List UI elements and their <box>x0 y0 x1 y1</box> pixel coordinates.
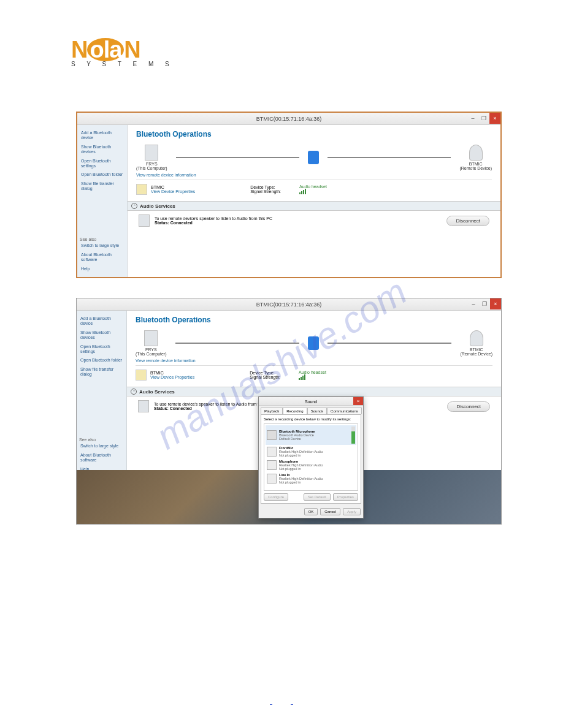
footer-link-right[interactable] <box>291 704 293 705</box>
sidebar-item-show-devices[interactable]: Show Bluetooth devices <box>79 328 124 343</box>
device-line3: Not plugged in <box>279 453 301 457</box>
audio-services-header: ˄ Audio Services <box>127 387 501 396</box>
view-remote-info-link[interactable]: View remote device information <box>136 173 492 177</box>
window-title: BTMIC(00:15:71:16:4a:36) <box>256 116 322 122</box>
audio-services-header: ˄ Audio Services <box>128 201 500 211</box>
sidebar-item-about[interactable]: About Bluetooth software <box>79 451 124 465</box>
audio-services-label: Audio Services <box>140 203 175 209</box>
device-type-value: Audio headset <box>299 184 327 189</box>
remote-sub: (Remote Device) <box>459 166 492 170</box>
list-item[interactable]: Line InRealtek High Definition AudioNot … <box>266 472 356 485</box>
close-button[interactable]: × <box>489 113 500 124</box>
connection-line <box>175 343 299 344</box>
screenshot-bluetooth-operations-2: BTMIC(00:15:71:16:4a:36) – ❐ × Add a Blu… <box>76 298 502 525</box>
device-line3: Default Device <box>279 437 301 441</box>
device-type-value: Audio headset <box>299 370 326 374</box>
configure-button[interactable]: Configure <box>264 493 288 501</box>
sidebar-item-open-settings[interactable]: Open Bluetooth settings <box>79 343 124 357</box>
sidebar-item-add-device[interactable]: Add a Bluetooth device <box>79 314 124 328</box>
tab-communications[interactable]: Communications <box>327 408 362 414</box>
sidebar-item-file-transfer[interactable]: Show file transfer dialog <box>79 365 124 379</box>
view-remote-info-link[interactable]: View remote device information <box>136 358 492 363</box>
view-device-properties-link[interactable]: View Device Properties <box>150 375 194 379</box>
sidebar-item-open-settings[interactable]: Open Bluetooth settings <box>80 157 124 171</box>
ok-button[interactable]: OK <box>304 508 318 515</box>
minimize-button[interactable]: – <box>468 298 479 309</box>
page-title: Bluetooth Operations <box>136 316 492 324</box>
headset-icon <box>470 330 483 346</box>
linein-device-icon <box>267 474 277 483</box>
signal-strength-label: Signal Strength: <box>250 375 280 379</box>
sidebar-item-open-folder[interactable]: Open Bluetooth folder <box>80 170 124 179</box>
remote-name: BTMIC <box>459 162 492 166</box>
tab-recording[interactable]: Recording <box>283 408 307 414</box>
view-device-properties-link[interactable]: View Device Properties <box>151 189 195 194</box>
sidebar-item-about[interactable]: About Bluetooth software <box>80 251 124 265</box>
bluetooth-icon <box>308 151 319 164</box>
list-item[interactable]: MicrophoneRealtek High Definition AudioN… <box>266 458 356 472</box>
dialog-titlebar: Sound × <box>259 397 363 406</box>
remote-device-block: BTMIC (Remote Device) <box>459 145 492 170</box>
connection-line <box>327 343 451 344</box>
computer-icon <box>144 330 158 346</box>
audio-services-label: Audio Services <box>139 389 175 395</box>
nolan-logo: NolaN S Y S T E M S <box>71 37 492 69</box>
this-pc-name: FRYS <box>136 162 167 166</box>
sidebar-item-large-style[interactable]: Switch to large style <box>79 442 124 450</box>
collapse-icon[interactable]: ˄ <box>131 389 137 395</box>
maximize-button[interactable]: ❐ <box>479 298 490 309</box>
device-type-label: Device Type: <box>250 185 275 189</box>
remote-device-block: BTMIC (Remote Device) <box>460 330 492 356</box>
footer-link-left[interactable] <box>270 704 272 705</box>
cancel-button[interactable]: Cancel <box>320 508 340 515</box>
disconnect-button[interactable]: Disconnect <box>446 216 489 226</box>
apply-button[interactable]: Apply <box>343 508 361 515</box>
sidebar-item-help[interactable]: Help <box>80 265 124 273</box>
sidebar: Add a Bluetooth device Show Bluetooth de… <box>77 125 128 277</box>
connection-line <box>176 157 299 158</box>
dialog-close-button[interactable]: × <box>353 397 363 405</box>
remote-sub: (Remote Device) <box>460 352 492 356</box>
this-computer-block: FRYS (This Computer) <box>136 145 167 170</box>
close-button[interactable]: × <box>490 298 501 309</box>
recording-device-list: Bluetooth MicrophoneBluetooth Audio Devi… <box>264 423 358 491</box>
minimize-button[interactable]: – <box>467 113 478 124</box>
mic-device-icon <box>267 460 277 470</box>
logo-letter: ola <box>87 38 124 61</box>
set-default-button[interactable]: Set Default <box>304 493 331 501</box>
list-item[interactable]: FrontMicRealtek High Definition AudioNot… <box>266 445 356 458</box>
sidebar-item-open-folder[interactable]: Open Bluetooth folder <box>79 356 124 365</box>
dialog-title: Sound <box>305 400 317 404</box>
service-description: To use remote device's speaker to listen… <box>155 216 442 221</box>
level-meter <box>351 427 355 444</box>
sidebar-item-file-transfer[interactable]: Show file transfer dialog <box>80 180 124 194</box>
sidebar-item-add-device[interactable]: Add a Bluetooth device <box>80 129 124 143</box>
computer-icon <box>145 145 158 161</box>
sidebar-item-show-devices[interactable]: Show Bluetooth devices <box>80 143 124 157</box>
collapse-icon[interactable]: ˄ <box>131 203 137 209</box>
window-titlebar: BTMIC(00:15:71:16:4a:36) – ❐ × <box>77 113 500 125</box>
status-value: Connected <box>170 406 192 411</box>
device-type-label: Device Type: <box>250 371 274 375</box>
tab-sounds[interactable]: Sounds <box>307 408 327 414</box>
sidebar-item-large-style[interactable]: Switch to large style <box>80 241 124 250</box>
sidebar: Add a Bluetooth device Show Bluetooth de… <box>77 311 127 477</box>
signal-bars-icon <box>299 374 305 380</box>
status-label: Status: <box>154 406 169 411</box>
status-label: Status: <box>155 221 169 225</box>
main-pane: Bluetooth Operations FRYS (This Computer… <box>128 125 500 277</box>
headset-device-icon <box>267 430 277 440</box>
disconnect-button[interactable]: Disconnect <box>447 401 490 412</box>
properties-button[interactable]: Properties <box>333 493 358 501</box>
window-titlebar: BTMIC(00:15:71:16:4a:36) – ❐ × <box>77 298 501 311</box>
tab-playback[interactable]: Playback <box>261 408 283 414</box>
sidebar-see-also-label: See also <box>80 237 124 241</box>
logo-letter: N <box>71 37 87 63</box>
list-item[interactable]: Bluetooth MicrophoneBluetooth Audio Devi… <box>266 425 356 445</box>
page-title: Bluetooth Operations <box>136 130 492 138</box>
headset-icon <box>469 145 483 161</box>
dialog-instruction: Select a recording device below to modif… <box>264 417 358 421</box>
this-pc-sub: (This Computer) <box>136 166 167 170</box>
maximize-button[interactable]: ❐ <box>478 113 489 124</box>
speaker-icon <box>139 214 150 227</box>
